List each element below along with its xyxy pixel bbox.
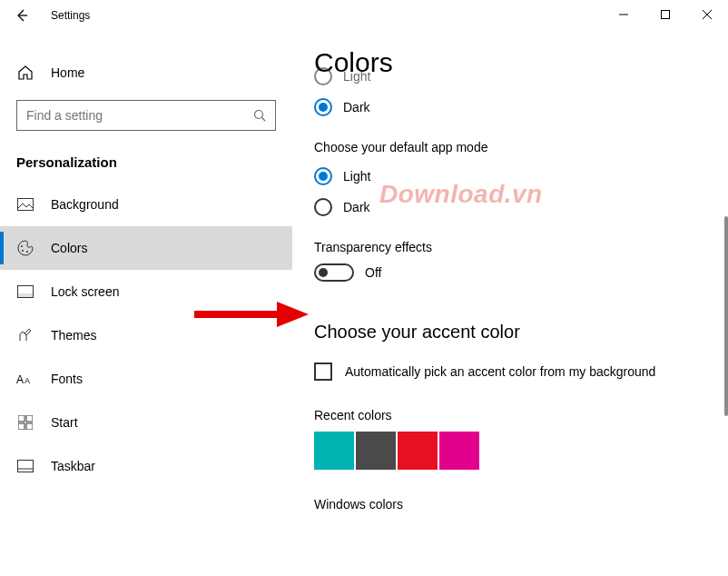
color-swatch[interactable] xyxy=(356,432,396,470)
radio-icon xyxy=(314,198,332,216)
transparency-toggle[interactable] xyxy=(314,263,354,282)
palette-icon xyxy=(16,239,34,257)
svg-rect-15 xyxy=(18,415,25,422)
sidebar-item-start[interactable]: Start xyxy=(0,401,292,444)
svg-text:A: A xyxy=(25,376,30,385)
search-icon xyxy=(253,109,266,122)
start-icon xyxy=(16,413,34,432)
maximize-icon xyxy=(661,10,670,19)
sidebar-item-label: Themes xyxy=(51,328,97,343)
sidebar-item-fonts[interactable]: AA Fonts xyxy=(0,357,292,401)
sidebar-item-label: Colors xyxy=(51,241,87,255)
sidebar-item-label: Taskbar xyxy=(51,459,95,473)
sidebar: Home Personalization Background Colors xyxy=(0,31,292,576)
lock-screen-icon xyxy=(16,283,34,301)
svg-text:A: A xyxy=(16,373,24,386)
auto-pick-label: Automatically pick an accent color from … xyxy=(345,364,655,379)
radio-windows-dark[interactable]: Dark xyxy=(314,98,728,116)
svg-point-10 xyxy=(26,251,28,253)
radio-windows-light[interactable]: Light xyxy=(314,67,728,85)
svg-point-9 xyxy=(22,250,24,252)
sidebar-section-title: Personalization xyxy=(0,131,292,183)
transparency-state: Off xyxy=(365,265,381,280)
sidebar-item-label: Lock screen xyxy=(51,284,119,299)
radio-app-light[interactable]: Light xyxy=(314,167,728,185)
transparency-heading: Transparency effects xyxy=(314,240,728,254)
color-swatch[interactable] xyxy=(398,432,438,470)
radio-icon xyxy=(314,67,332,85)
search-input[interactable] xyxy=(26,108,266,123)
home-label: Home xyxy=(51,65,84,80)
minimize-icon xyxy=(619,10,628,19)
svg-line-6 xyxy=(262,118,266,122)
picture-icon xyxy=(16,195,34,214)
search-box[interactable] xyxy=(16,100,276,131)
sidebar-item-label: Background xyxy=(51,197,119,212)
content-pane: Colors Light Dark Choose your default ap… xyxy=(292,31,728,576)
recent-colors-label: Recent colors xyxy=(314,408,728,422)
color-swatch[interactable] xyxy=(314,432,354,470)
svg-rect-2 xyxy=(662,11,670,19)
sidebar-home[interactable]: Home xyxy=(0,53,292,93)
window-controls xyxy=(603,0,728,29)
radio-app-dark[interactable]: Dark xyxy=(314,198,728,216)
windows-colors-label: Windows colors xyxy=(314,497,728,511)
sidebar-item-label: Start xyxy=(51,415,78,430)
recent-colors-row xyxy=(314,432,728,470)
back-arrow-icon xyxy=(15,8,29,23)
sidebar-item-label: Fonts xyxy=(51,372,83,386)
home-icon xyxy=(16,64,34,82)
checkbox-icon xyxy=(314,362,332,381)
sidebar-item-background[interactable]: Background xyxy=(0,183,292,226)
sidebar-item-lock-screen[interactable]: Lock screen xyxy=(0,270,292,313)
svg-point-8 xyxy=(21,245,23,247)
color-swatch[interactable] xyxy=(439,432,479,470)
fonts-icon: AA xyxy=(16,370,34,388)
svg-rect-16 xyxy=(26,415,33,422)
close-icon xyxy=(703,10,712,19)
close-button[interactable] xyxy=(686,0,728,29)
themes-icon xyxy=(16,326,34,344)
app-mode-heading: Choose your default app mode xyxy=(314,140,728,154)
radio-label: Dark xyxy=(343,200,370,214)
svg-rect-7 xyxy=(18,199,34,211)
accent-heading: Choose your accent color xyxy=(314,322,728,343)
radio-icon xyxy=(314,167,332,185)
minimize-button[interactable] xyxy=(603,0,644,29)
taskbar-icon xyxy=(16,457,34,475)
titlebar: Settings xyxy=(0,0,728,31)
svg-rect-12 xyxy=(18,293,33,297)
maximize-button[interactable] xyxy=(644,0,686,29)
auto-pick-row[interactable]: Automatically pick an accent color from … xyxy=(314,362,728,381)
scrollbar[interactable] xyxy=(724,216,728,416)
radio-label: Light xyxy=(343,169,370,184)
radio-label: Dark xyxy=(343,100,370,114)
window-title: Settings xyxy=(51,9,90,22)
svg-rect-17 xyxy=(18,423,25,430)
sidebar-item-themes[interactable]: Themes xyxy=(0,313,292,357)
back-button[interactable] xyxy=(0,0,44,31)
sidebar-item-taskbar[interactable]: Taskbar xyxy=(0,444,292,488)
svg-point-5 xyxy=(255,111,263,119)
radio-label: Light xyxy=(343,69,370,84)
radio-icon xyxy=(314,98,332,116)
svg-rect-19 xyxy=(18,461,34,472)
svg-rect-18 xyxy=(26,423,33,430)
sidebar-item-colors[interactable]: Colors xyxy=(0,226,292,270)
